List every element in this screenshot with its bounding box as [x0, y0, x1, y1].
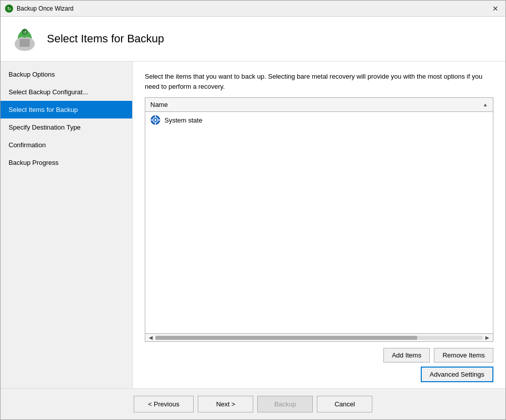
scroll-left-arrow[interactable]: ◀: [147, 334, 154, 341]
remove-items-button[interactable]: Remove Items: [434, 348, 493, 363]
svg-text:↺: ↺: [23, 30, 27, 35]
scroll-thumb: [155, 336, 417, 340]
sidebar-item-backup-progress[interactable]: Backup Progress: [1, 154, 132, 171]
add-items-button[interactable]: Add Items: [383, 348, 430, 363]
close-button[interactable]: ✕: [489, 3, 501, 15]
svg-rect-3: [20, 39, 30, 47]
window-title: Backup Once Wizard: [17, 5, 74, 12]
horizontal-scrollbar: ◀ ▶: [145, 333, 493, 341]
sidebar-item-backup-options[interactable]: Backup Options: [1, 66, 132, 83]
column-header-name: Name: [150, 101, 168, 108]
content-area: Backup Options Select Backup Configurat.…: [1, 62, 505, 388]
page-title: Select Items for Backup: [47, 32, 164, 45]
sidebar-item-select-items-backup[interactable]: Select Items for Backup: [1, 101, 132, 118]
sidebar: Backup Options Select Backup Configurat.…: [1, 62, 133, 388]
sidebar-item-specify-destination[interactable]: Specify Destination Type: [1, 118, 132, 136]
next-button[interactable]: Next >: [198, 396, 253, 412]
advanced-settings-row: Advanced Settings: [145, 367, 493, 388]
previous-button[interactable]: < Previous: [134, 396, 194, 412]
wizard-window: ↻ Backup Once Wizard ✕ ↺ Select Items fo…: [0, 0, 506, 420]
app-icon: ↻: [5, 4, 14, 13]
items-table-container: Name ▲: [145, 97, 493, 342]
svg-text:↻: ↻: [7, 6, 11, 12]
footer-bar: < Previous Next > Backup Cancel: [1, 388, 505, 419]
header-icon: ↺: [11, 25, 39, 53]
system-state-icon: [150, 115, 160, 125]
instruction-text: Select the items that you want to back u…: [145, 72, 493, 91]
table-body: System state: [145, 112, 493, 333]
cancel-button[interactable]: Cancel: [317, 396, 372, 412]
table-header: Name ▲: [145, 98, 493, 112]
system-state-label: System state: [164, 116, 202, 124]
advanced-settings-button[interactable]: Advanced Settings: [421, 367, 493, 382]
backup-button[interactable]: Backup: [257, 396, 313, 412]
main-panel: Select the items that you want to back u…: [133, 62, 505, 388]
sidebar-item-confirmation[interactable]: Confirmation: [1, 136, 132, 154]
action-buttons-row: Add Items Remove Items: [145, 342, 493, 367]
table-row[interactable]: System state: [145, 112, 493, 128]
scroll-track[interactable]: [155, 336, 483, 340]
header-section: ↺ Select Items for Backup: [1, 17, 505, 62]
title-bar-left: ↻ Backup Once Wizard: [5, 4, 74, 13]
scroll-right-arrow[interactable]: ▶: [484, 334, 491, 341]
svg-rect-11: [151, 119, 152, 121]
svg-rect-12: [158, 119, 160, 121]
svg-rect-9: [155, 115, 156, 117]
svg-rect-10: [155, 123, 156, 125]
sort-arrow-icon: ▲: [483, 102, 488, 107]
sidebar-item-select-backup-config[interactable]: Select Backup Configurat...: [1, 83, 132, 101]
title-bar: ↻ Backup Once Wizard ✕: [1, 1, 505, 17]
svg-point-8: [154, 119, 156, 121]
